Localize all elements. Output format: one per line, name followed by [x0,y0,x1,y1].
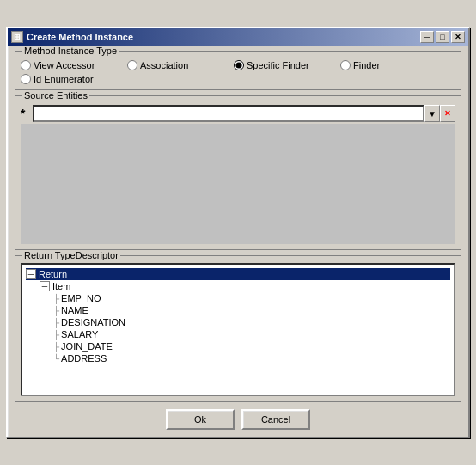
radio-association-input[interactable] [127,60,137,70]
connector-designation: ├ [53,318,59,327]
tree-node-designation[interactable]: ├ DESIGNATION [26,316,450,328]
maximize-button[interactable]: □ [436,31,449,43]
main-window: ⊞ Create Method Instance ─ □ ✕ Method In… [6,27,470,438]
tree-node-emp-no[interactable]: ├ EMP_NO [26,292,450,304]
radio-view-accessor-input[interactable] [21,60,31,70]
radio-finder-label: Finder [353,60,380,70]
window-title: Create Method Instance [27,32,133,42]
radio-finder-input[interactable] [340,60,351,70]
radio-id-enumerator-label: Id Enumerator [34,74,94,84]
window-icon: ⊞ [11,31,23,43]
source-input-wrapper: * ▼ ✕ [21,105,455,122]
source-clear-button[interactable]: ✕ [440,105,455,122]
method-instance-type-label: Method Instance Type [22,46,119,56]
return-type-descriptor-label: Return TypeDescriptor [22,250,120,260]
source-input[interactable] [33,105,424,122]
source-entities-label: Source Entities [22,90,89,101]
cancel-button[interactable]: Cancel [241,409,310,430]
radio-row: View Accessor Association Specific Finde… [21,53,455,84]
title-bar-buttons: ─ □ ✕ [420,31,465,43]
tree-label-salary: SALARY [61,329,98,340]
connector-join-date: ├ [53,342,59,352]
window-body: Method Instance Type View Accessor Assoc… [8,46,468,437]
radio-id-enumerator-input[interactable] [21,74,31,84]
tree-label-emp-no: EMP_NO [61,293,101,303]
source-dropdown-button[interactable]: ▼ [424,105,440,122]
radio-view-accessor-label: View Accessor [34,60,95,70]
tree-node-join-date[interactable]: ├ JOIN_DATE [26,340,450,352]
radio-association-label: Association [140,60,188,70]
tree-label-name: NAME [61,305,88,315]
ok-button[interactable]: Ok [166,409,235,430]
connector-name: ├ [53,306,59,315]
title-bar: ⊞ Create Method Instance ─ □ ✕ [8,28,468,46]
radio-association: Association [127,60,230,70]
method-instance-type-group: Method Instance Type View Accessor Assoc… [15,51,461,90]
source-area [21,124,455,244]
connector-emp-no: ├ [53,294,59,303]
radio-specific-finder: Specific Finder [234,60,337,70]
connector-address: └ [53,354,59,364]
tree-node-item[interactable]: ─ Item [26,280,450,292]
tree-area[interactable]: ─ Return ─ Item ├ EMP_NO ├ NAME [21,263,455,396]
tree-label-designation: DESIGNATION [61,317,125,327]
tree-toggle-return[interactable]: ─ [26,269,36,279]
tree-node-salary[interactable]: ├ SALARY [26,328,450,340]
radio-specific-finder-input[interactable] [234,60,244,70]
radio-view-accessor: View Accessor [21,60,124,70]
close-button[interactable]: ✕ [451,31,465,43]
tree-label-item: Item [52,281,70,291]
star-label: * [21,107,33,120]
tree-node-return[interactable]: ─ Return [26,268,450,280]
tree-node-name[interactable]: ├ NAME [26,304,450,316]
tree-label-return: Return [39,269,67,279]
radio-specific-finder-label: Specific Finder [247,60,309,70]
title-bar-left: ⊞ Create Method Instance [11,31,133,43]
return-type-descriptor-group: Return TypeDescriptor ─ Return ─ Item ├ … [15,255,461,402]
bottom-buttons: Ok Cancel [15,409,461,430]
minimize-button[interactable]: ─ [420,31,434,43]
tree-node-address[interactable]: └ ADDRESS [26,352,450,364]
connector-salary: ├ [53,330,59,340]
tree-label-join-date: JOIN_DATE [61,341,113,352]
radio-finder: Finder [340,60,443,70]
radio-id-enumerator: Id Enumerator [21,74,124,84]
source-entities-group: Source Entities * ▼ ✕ [15,95,461,250]
tree-label-address: ADDRESS [61,353,107,364]
tree-toggle-item[interactable]: ─ [40,281,50,291]
